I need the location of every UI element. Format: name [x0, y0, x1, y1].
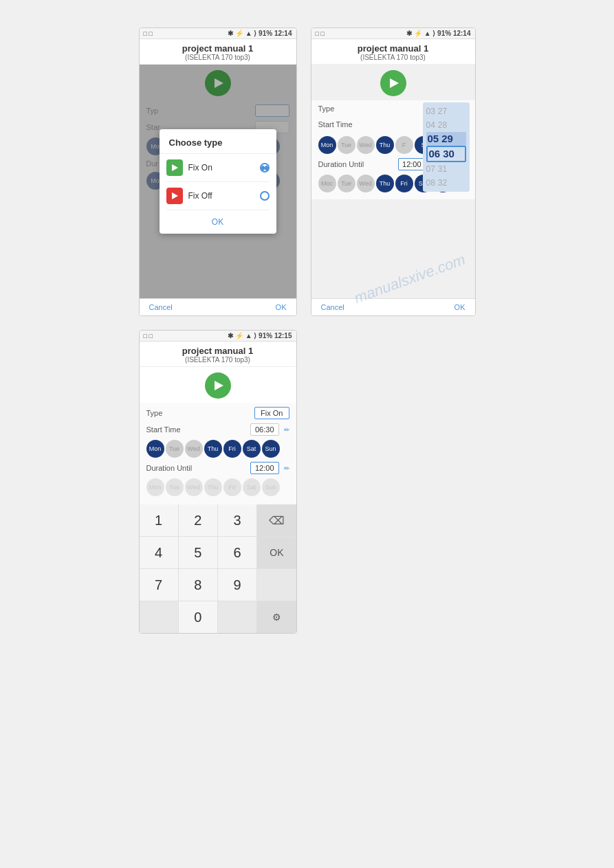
dialog-overlay-1: Choose type Fix On Fix Off: [140, 65, 296, 298]
bottom-bar-2: Cancel OK: [311, 298, 475, 315]
app-subtitle-2: (ISELEKTA 170 top3): [314, 54, 472, 61]
fix-on-label: Fix On: [188, 163, 254, 173]
numpad-ok[interactable]: OK: [257, 537, 296, 568]
start-pencil-icon[interactable]: ✏: [284, 426, 289, 434]
day-fri-2[interactable]: F: [395, 136, 413, 154]
day-wed-2[interactable]: Wed: [357, 136, 375, 154]
day-fri-t3[interactable]: Fri: [223, 440, 241, 458]
start-value-3[interactable]: 06:30: [250, 423, 279, 436]
ok-button-1[interactable]: OK: [276, 303, 287, 311]
day-mon-3[interactable]: Moc: [318, 175, 336, 192]
duration-value-2[interactable]: 12:00: [398, 158, 426, 170]
app-subtitle-3: (ISELEKTA 170 top3): [142, 356, 294, 364]
day-thu-3[interactable]: Thu: [376, 175, 394, 192]
duration-label-2: Duration Until: [318, 160, 364, 168]
day-tue-3[interactable]: Tue: [338, 175, 355, 192]
days-top-3: Mon Tue Wed Thu Fri Sat Sun: [146, 440, 289, 458]
ok-button-2[interactable]: OK: [454, 303, 465, 311]
dialog-title: Choose type: [160, 129, 276, 154]
day-thu-t3[interactable]: Thu: [204, 440, 222, 458]
start-label-2: Start Time: [318, 120, 353, 129]
cancel-button-2[interactable]: Cancel: [321, 303, 344, 311]
play-button-2[interactable]: [380, 70, 406, 96]
form-area-3: Type Fix On Start Time 06:30 ✏ Mon Tue W…: [140, 403, 296, 504]
numpad-3: 1 2 3 ⌫ 4 5 6 OK 7 8 9 0 ⚙: [140, 504, 296, 633]
numpad-backspace[interactable]: ⌫: [257, 504, 296, 536]
time-item-active[interactable]: 0630: [426, 146, 466, 162]
type-value-3[interactable]: Fix On: [254, 407, 289, 419]
backspace-icon: ⌫: [269, 514, 285, 527]
day-mon-2[interactable]: Mon: [318, 136, 336, 154]
duration-value-3[interactable]: 12:00: [250, 462, 279, 474]
numpad-8[interactable]: 8: [179, 569, 217, 601]
numpad-7[interactable]: 7: [140, 569, 178, 601]
app-title-2: project manual 1: [314, 43, 472, 54]
app-header-2: project manual 1 (ISELEKTA 170 top3): [311, 39, 475, 65]
fix-on-icon: [166, 159, 183, 176]
time-item-4: 0731: [426, 162, 466, 176]
numpad-empty-2: [140, 601, 178, 633]
app-header-3: project manual 1 (ISELEKTA 170 top3): [140, 342, 296, 367]
start-label-3: Start Time: [146, 425, 181, 434]
day-thu-2[interactable]: Thu: [376, 136, 394, 154]
days-bottom-3: Mon Tue Wed Thu Fri Sat Sun: [146, 478, 289, 496]
phone-screen-3: □ □ ✱ ⚡ ▲ ⟩ 91% 12:15 project manual 1 (…: [139, 330, 297, 634]
app-subtitle-1: (ISELEKTA 170 top3): [142, 54, 294, 61]
numpad-2[interactable]: 2: [179, 504, 217, 536]
option-fix-off[interactable]: Fix Off: [160, 182, 276, 210]
day-fri-3[interactable]: Fri: [395, 175, 413, 192]
dur-pencil-icon[interactable]: ✏: [284, 465, 289, 472]
status-left-icons-1: □ □: [144, 30, 153, 37]
time-item-1: 0327: [426, 104, 466, 118]
day-sun-b3[interactable]: Sun: [262, 478, 280, 496]
day-mon-b3[interactable]: Mon: [146, 478, 164, 496]
option-fix-on[interactable]: Fix On: [160, 154, 276, 181]
day-wed-b3[interactable]: Wed: [185, 478, 203, 496]
numpad-5[interactable]: 5: [179, 537, 217, 568]
numpad-4[interactable]: 4: [140, 537, 178, 568]
play-area-2: [311, 65, 475, 100]
status-left-2: □ □: [316, 30, 325, 37]
day-sat-b3[interactable]: Sat: [243, 478, 261, 496]
time-scroller-widget[interactable]: 0327 0428 0529 0630 0731 0832: [423, 102, 470, 192]
status-right-3: ✱ ⚡ ▲ ⟩ 91% 12:15: [228, 332, 292, 340]
numpad-empty-3: [218, 601, 256, 633]
app-title-1: project manual 1: [142, 43, 294, 54]
status-bar-2: □ □ ✱ ⚡ ▲ ⟩ 91% 12:14: [311, 28, 475, 39]
day-sat-t3[interactable]: Sat: [243, 440, 261, 458]
fix-off-icon: [166, 188, 183, 204]
type-label-3: Type: [146, 409, 163, 417]
day-wed-t3[interactable]: Wed: [185, 440, 203, 458]
type-label-2: Type: [318, 104, 335, 113]
day-wed-3[interactable]: Wed: [357, 175, 375, 192]
day-tue-t3[interactable]: Tue: [166, 440, 184, 458]
time-item-5: 0832: [426, 176, 466, 190]
day-tue-b3[interactable]: Tue: [166, 478, 184, 496]
phone-screen-2: □ □ ✱ ⚡ ▲ ⟩ 91% 12:14 project manual 1 (…: [311, 27, 476, 316]
duration-label-3: Duration Until: [146, 464, 193, 472]
numpad-settings[interactable]: ⚙: [257, 601, 296, 633]
day-tue-2[interactable]: Tue: [338, 136, 355, 154]
numpad-6[interactable]: 6: [218, 537, 256, 568]
time-item-selected[interactable]: 0529: [426, 132, 466, 146]
day-thu-b3[interactable]: Thu: [204, 478, 222, 496]
radio-fix-on[interactable]: [260, 163, 270, 173]
numpad-9[interactable]: 9: [218, 569, 256, 601]
app-title-3: project manual 1: [142, 346, 294, 356]
cancel-button-1[interactable]: Cancel: [149, 303, 173, 311]
day-sun-t3[interactable]: Sun: [262, 440, 280, 458]
status-bar-1: □ □ ✱ ⚡ ▲ ⟩ 91% 12:14: [140, 28, 296, 39]
day-mon-t3[interactable]: Mon: [146, 440, 164, 458]
status-left-3: □ □: [144, 333, 153, 340]
app-header-1: project manual 1 (ISELEKTA 170 top3): [140, 39, 296, 65]
day-fri-b3[interactable]: Fri: [223, 478, 241, 496]
play-button-3[interactable]: [205, 372, 231, 399]
numpad-0[interactable]: 0: [179, 601, 217, 633]
numpad-3[interactable]: 3: [218, 504, 256, 536]
status-bar-3: □ □ ✱ ⚡ ▲ ⟩ 91% 12:15: [140, 331, 296, 342]
play-area-3: [140, 367, 296, 403]
radio-fix-off[interactable]: [260, 191, 270, 201]
numpad-1[interactable]: 1: [140, 504, 178, 536]
dialog-ok-button[interactable]: OK: [160, 210, 276, 234]
phone-screen-1: □ □ ✱ ⚡ ▲ ⟩ 91% 12:14 project manual 1 (…: [139, 27, 297, 316]
